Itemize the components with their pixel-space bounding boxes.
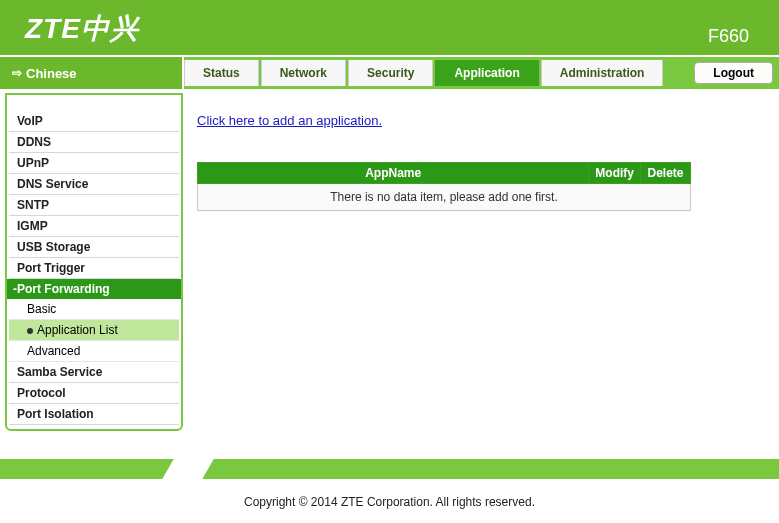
col-delete: Delete [641, 163, 691, 184]
empty-message: There is no data item, please add one fi… [198, 184, 691, 211]
header: ZTE中兴 F660 [0, 0, 779, 57]
footer-band [0, 459, 779, 479]
brand-logo: ZTE中兴 [25, 10, 139, 48]
sidebar-item-usb-storage[interactable]: USB Storage [9, 237, 179, 258]
content-area: Click here to add an application. AppNam… [183, 93, 779, 431]
logout-button[interactable]: Logout [694, 62, 773, 84]
sidebar-item-protocol[interactable]: Protocol [9, 383, 179, 404]
table-row-empty: There is no data item, please add one fi… [198, 184, 691, 211]
logout-wrap: Logout [694, 57, 773, 89]
tab-status[interactable]: Status [184, 60, 259, 86]
body: VoIP DDNS UPnP DNS Service SNTP IGMP USB… [0, 89, 779, 431]
sidebar-item-port-trigger[interactable]: Port Trigger [9, 258, 179, 279]
bullet-icon [27, 328, 33, 334]
sidebar-sub-basic[interactable]: Basic [9, 299, 179, 320]
sidebar-item-port-isolation[interactable]: Port Isolation [9, 404, 179, 425]
device-model: F660 [708, 26, 749, 47]
language-label: Chinese [26, 66, 77, 81]
tab-network[interactable]: Network [261, 60, 346, 86]
sidebar-item-port-forwarding[interactable]: -Port Forwarding [7, 279, 181, 299]
sidebar-item-igmp[interactable]: IGMP [9, 216, 179, 237]
sidebar: VoIP DDNS UPnP DNS Service SNTP IGMP USB… [5, 93, 183, 431]
sidebar-item-ddns[interactable]: DDNS [9, 132, 179, 153]
sidebar-item-voip[interactable]: VoIP [9, 111, 179, 132]
language-switch[interactable]: ⇨ Chinese [0, 57, 184, 89]
table-header-row: AppName Modify Delete [198, 163, 691, 184]
tab-security[interactable]: Security [348, 60, 433, 86]
col-modify: Modify [589, 163, 641, 184]
sidebar-sub-application-list[interactable]: Application List [9, 320, 179, 341]
sidebar-item-samba[interactable]: Samba Service [9, 362, 179, 383]
sidebar-sub-advanced[interactable]: Advanced [9, 341, 179, 362]
arrow-right-icon: ⇨ [12, 66, 22, 80]
sidebar-item-sntp[interactable]: SNTP [9, 195, 179, 216]
add-application-link[interactable]: Click here to add an application. [197, 113, 382, 128]
tab-application[interactable]: Application [435, 60, 538, 86]
sidebar-item-dns-service[interactable]: DNS Service [9, 174, 179, 195]
col-appname: AppName [198, 163, 589, 184]
copyright-text: Copyright © 2014 ZTE Corporation. All ri… [0, 495, 779, 509]
sidebar-sub-label: Application List [37, 323, 118, 337]
topbar: ⇨ Chinese Status Network Security Applic… [0, 57, 779, 89]
tab-administration[interactable]: Administration [541, 60, 664, 86]
application-table: AppName Modify Delete There is no data i… [197, 162, 691, 211]
main-tabs: Status Network Security Application Admi… [184, 57, 779, 89]
sidebar-item-upnp[interactable]: UPnP [9, 153, 179, 174]
